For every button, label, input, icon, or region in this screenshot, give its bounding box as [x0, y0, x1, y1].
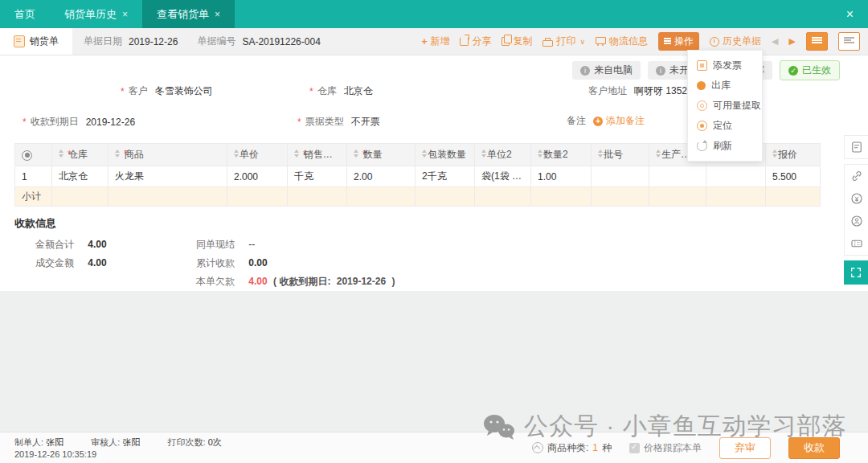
customer-field[interactable]: * 客户 冬雪装饰公司 [121, 84, 213, 98]
link-icon [850, 169, 864, 183]
sort-icon[interactable] [294, 150, 300, 158]
cell-unit2: 袋(1袋 = 2... [475, 166, 531, 187]
outbound-icon [697, 81, 706, 90]
fullscreen-icon [850, 266, 862, 279]
debt-due-date: 2019-12-26 [337, 276, 386, 287]
add-label: 新增 [430, 35, 449, 48]
col-batch[interactable]: 批号 [592, 144, 649, 166]
col-package-qty[interactable]: 包装数量 [416, 144, 475, 166]
tab-home[interactable]: 首页 [0, 0, 50, 28]
sort-icon[interactable] [772, 150, 778, 158]
history-label: 历史单据 [723, 35, 761, 48]
row-index: 1 [15, 166, 52, 187]
checkbox-checked-icon[interactable] [629, 443, 640, 453]
receive-payment-button[interactable]: 收款 [788, 437, 840, 459]
logistics-label: 物流信息 [609, 35, 648, 48]
abandon-audit-button[interactable]: 弃审 [719, 437, 771, 459]
plus-icon: + [421, 38, 428, 46]
memo-icon [850, 140, 864, 154]
share-button[interactable]: 分享 [460, 35, 491, 48]
info-icon: i [656, 66, 665, 76]
prev-doc-icon[interactable]: ◀ [772, 36, 778, 47]
coupon-button[interactable] [845, 232, 868, 255]
col-product[interactable]: *商品 [108, 144, 227, 166]
effective-badge: ✓ 已生效 [780, 60, 840, 80]
bill-type-field[interactable]: * 票据类型 不开票 [297, 115, 380, 129]
logistics-button[interactable]: 物流信息 [596, 35, 648, 48]
debt-due-open: ( 收款到期日: [273, 276, 334, 287]
doc-tab-sales-order[interactable]: 销货单 [0, 28, 72, 55]
sort-icon[interactable] [656, 150, 661, 158]
auditor-label: 审核人: [91, 437, 120, 447]
col-sales-unit[interactable]: *销售单位 [288, 144, 347, 166]
link-button[interactable] [845, 165, 868, 187]
due-date-value: 2019-12-26 [86, 117, 135, 128]
sort-icon[interactable] [598, 150, 604, 158]
menu-item-outbound[interactable]: 出库 [688, 76, 762, 96]
sort-icon[interactable] [354, 150, 359, 158]
cell-package-qty: 2千克 [416, 166, 475, 187]
receipt-record-button[interactable] [845, 187, 868, 210]
add-button[interactable]: + 新增 [421, 35, 450, 48]
warehouse-field[interactable]: * 仓库 北京仓 [309, 84, 373, 98]
sort-icon[interactable] [422, 150, 428, 158]
truck-icon [596, 37, 606, 44]
copy-label: 复制 [513, 35, 532, 48]
add-remark-button[interactable]: + 添加备注 [593, 114, 645, 128]
top-tab-bar: 首页 销货单历史 × 查看销货单 × × [0, 0, 868, 28]
close-window-icon[interactable]: × [832, 0, 868, 28]
deal-amount-label: 成交金额 [24, 256, 74, 270]
table-row[interactable]: 1 北京仓 火龙果 2.000 千克 2.00 2千克 袋(1袋 = 2... … [15, 166, 821, 187]
payment-row: 同单现结 -- [185, 238, 255, 251]
refresh-icon [697, 141, 707, 151]
cell-quantity: 2.00 [347, 166, 416, 187]
history-docs-button[interactable]: 历史单据 [710, 35, 761, 48]
operations-button[interactable]: 操作 [658, 32, 699, 51]
col-qty2[interactable]: 数量2 [531, 144, 592, 166]
doc-meta: 制单人: 张阳 审核人: 张阳 打印次数: 0次 [14, 436, 222, 449]
sort-icon[interactable] [481, 150, 487, 158]
debt-value: 4.00 [248, 276, 267, 287]
menu-item-locate[interactable]: 定位 [688, 116, 762, 136]
tab-view-sales-order[interactable]: 查看销货单 × [142, 0, 235, 28]
col-quote[interactable]: 报价 [766, 144, 821, 166]
copy-button[interactable]: 复制 [502, 35, 532, 48]
price-track-option[interactable]: 价格跟踪本单 [629, 441, 702, 455]
detail-view-button[interactable] [838, 32, 860, 51]
next-doc-icon[interactable]: ▶ [789, 36, 796, 47]
sort-icon[interactable] [234, 150, 240, 158]
collapse-icon[interactable] [532, 442, 543, 453]
required-mark: * [23, 117, 27, 128]
sort-icon[interactable] [59, 150, 64, 158]
cell-quote: 5.500 [766, 166, 821, 187]
invoice-icon [697, 60, 707, 71]
payment-row: 金额合计 4.00 [24, 238, 107, 251]
sort-icon[interactable] [115, 150, 121, 158]
menu-item-add-invoice[interactable]: 添发票 [688, 55, 762, 76]
memo-button[interactable] [845, 136, 868, 158]
info-icon: i [580, 66, 590, 76]
fullscreen-button[interactable] [844, 260, 868, 285]
customer-address-label: 客户地址 [588, 84, 627, 98]
close-tab-icon[interactable]: × [215, 9, 220, 20]
cell-sales-unit: 千克 [288, 166, 347, 187]
tab-sales-history[interactable]: 销货单历史 × [50, 0, 142, 28]
doc-number-label: 单据编号 [197, 35, 235, 48]
col-unit2[interactable]: 单位2 [475, 144, 531, 166]
col-unit-price[interactable]: 单价 [227, 144, 288, 166]
sort-icon[interactable] [538, 150, 543, 158]
subtotal-label: 小计 [15, 187, 52, 207]
column-settings-button[interactable] [15, 144, 52, 166]
required-mark: * [297, 117, 301, 128]
col-quantity[interactable]: *数量 [347, 144, 416, 166]
due-date-field[interactable]: * 收款到期日 2019-12-26 [23, 115, 135, 129]
contact-button[interactable] [845, 210, 868, 232]
menu-item-refresh[interactable]: 刷新 [688, 136, 762, 156]
close-tab-icon[interactable]: × [122, 9, 128, 20]
product-kinds: 商品种类: 1 种 [532, 441, 612, 455]
menu-item-available-qty[interactable]: 可用量提取 [688, 96, 762, 116]
payment-row-debt: 本单欠款 4.00 ( 收款到期日: 2019-12-26 ) [185, 275, 395, 288]
col-warehouse[interactable]: *仓库 [52, 144, 108, 166]
print-button[interactable]: 打印 ∨ [542, 35, 585, 48]
list-view-button[interactable] [806, 32, 828, 51]
